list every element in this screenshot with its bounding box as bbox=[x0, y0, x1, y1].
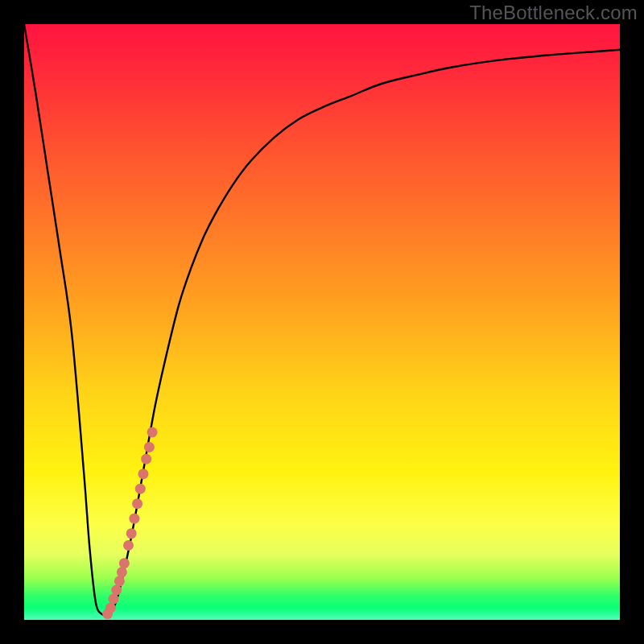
highlight-dot bbox=[109, 594, 119, 605]
plot-area bbox=[24, 24, 620, 620]
highlight-dot bbox=[111, 585, 122, 596]
highlight-dot bbox=[123, 540, 134, 551]
highlight-dot bbox=[135, 484, 146, 494]
highlight-dot bbox=[141, 454, 151, 464]
highlight-dots bbox=[102, 427, 158, 619]
watermark-text: TheBottleneck.com bbox=[469, 2, 638, 24]
highlight-dot bbox=[132, 498, 142, 509]
highlight-dot bbox=[129, 514, 139, 524]
highlight-dot bbox=[114, 576, 125, 586]
chart-frame: TheBottleneck.com bbox=[0, 0, 644, 644]
chart-overlay bbox=[24, 24, 620, 620]
highlight-dot bbox=[105, 603, 116, 613]
highlight-dot bbox=[117, 567, 127, 577]
highlight-dot bbox=[144, 442, 155, 452]
highlight-dot bbox=[119, 558, 130, 568]
highlight-dot bbox=[126, 528, 137, 539]
curve-line bbox=[24, 24, 620, 615]
highlight-dot bbox=[138, 469, 149, 479]
highlight-dot bbox=[147, 427, 158, 437]
